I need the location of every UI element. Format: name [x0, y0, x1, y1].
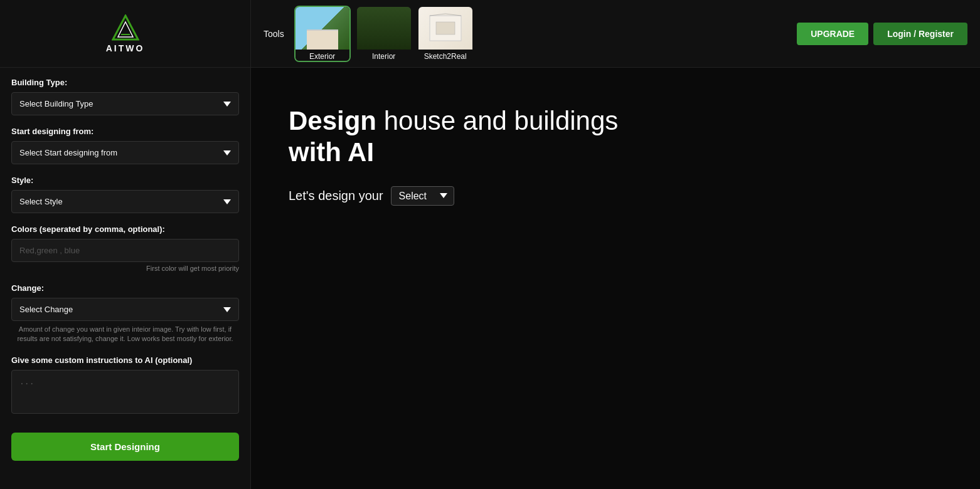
hero-section: Design house and buildings with AI Let's…	[289, 105, 665, 206]
start-designing-group: Start designing from: Select Start desig…	[11, 127, 239, 164]
tool-card-sketch2real[interactable]: Sketch2Real	[417, 6, 474, 62]
building-type-label: Building Type:	[11, 78, 239, 87]
nav-actions: UPGRADE Login / Register	[797, 23, 980, 45]
sketch2real-label: Sketch2Real	[418, 50, 472, 62]
style-group: Style: Select Style	[11, 176, 239, 213]
start-designing-select[interactable]: Select Start designing from	[11, 141, 239, 164]
building-type-group: Building Type: Select Building Type	[11, 78, 239, 115]
custom-instructions-textarea[interactable]	[11, 370, 239, 414]
sketch-icon	[427, 13, 464, 44]
sidebar: Building Type: Select Building Type Star…	[0, 68, 251, 489]
change-select[interactable]: Select Change	[11, 298, 239, 321]
building-type-select[interactable]: Select Building Type	[11, 92, 239, 115]
upgrade-button[interactable]: UPGRADE	[797, 23, 868, 45]
hero-subtitle: Let's design your SelectHouseBuildingVil…	[289, 186, 665, 206]
login-button[interactable]: Login / Register	[873, 23, 967, 45]
exterior-label: Exterior	[296, 50, 349, 62]
custom-instructions-group: Give some custom instructions to AI (opt…	[11, 355, 239, 416]
hero-title-bold1: Design	[289, 106, 376, 135]
hero-title-bold2: with AI	[289, 137, 374, 167]
change-group: Change: Select Change Amount of change y…	[11, 283, 239, 344]
hero-title-normal: house and buildings	[376, 106, 618, 135]
tool-card-interior[interactable]: Interior	[356, 6, 412, 62]
change-label: Change:	[11, 283, 239, 293]
sketch2real-thumbnail	[418, 7, 472, 50]
hero-subtitle-prefix: Let's design your	[289, 189, 383, 203]
interior-label: Interior	[357, 50, 411, 62]
style-select[interactable]: Select Style	[11, 190, 239, 213]
change-hint: Amount of change you want in given intei…	[11, 325, 239, 344]
logo-text: AITWO	[106, 43, 145, 53]
svg-marker-0	[113, 16, 138, 39]
exterior-thumbnail	[296, 7, 349, 50]
top-navigation: AITWO Tools Exterior Interior	[0, 0, 980, 68]
colors-label: Colors (seperated by comma, optional):	[11, 224, 239, 234]
logo-icon	[112, 14, 139, 42]
hero-design-select[interactable]: SelectHouseBuildingVillaOffice	[391, 186, 454, 206]
tools-label: Tools	[264, 29, 284, 39]
colors-group: Colors (seperated by comma, optional): F…	[11, 224, 239, 272]
colors-hint: First color will get most priority	[11, 265, 239, 272]
logo-area: AITWO	[0, 0, 251, 67]
hero-title: Design house and buildings with AI	[289, 105, 665, 169]
start-designing-label: Start designing from:	[11, 127, 239, 136]
nav-tools: Tools Exterior Interior	[251, 6, 797, 62]
main-layout: Building Type: Select Building Type Star…	[0, 68, 980, 489]
logo: AITWO	[106, 14, 145, 53]
custom-instructions-label: Give some custom instructions to AI (opt…	[11, 355, 239, 365]
colors-input[interactable]	[11, 239, 239, 262]
svg-rect-4	[436, 22, 455, 34]
style-label: Style:	[11, 176, 239, 185]
interior-thumbnail	[357, 7, 411, 50]
main-content: Design house and buildings with AI Let's…	[251, 68, 980, 489]
tool-card-exterior[interactable]: Exterior	[294, 6, 351, 62]
start-designing-button[interactable]: Start Designing	[11, 433, 239, 461]
